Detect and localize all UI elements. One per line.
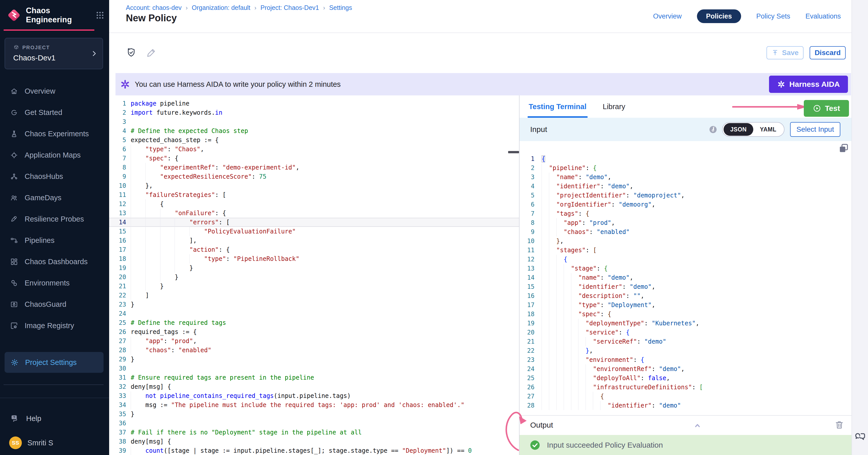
- sidebar-divider: [4, 385, 103, 385]
- code-line: 23}: [109, 300, 519, 309]
- trash-icon[interactable]: [834, 420, 844, 430]
- code-line: 8"experimentRef": "demo-experiment-id",: [109, 163, 519, 172]
- code-line: 18"type": "PipelineRollback": [109, 254, 519, 263]
- sidebar-bottom: ? Help SS Smriti S: [0, 398, 109, 449]
- sidebar-item-label: ChaosGuard: [25, 300, 66, 308]
- format-toggle[interactable]: JSONYAML: [722, 122, 784, 137]
- sidebar-item-resilience-probes[interactable]: Resilience Probes: [0, 208, 109, 230]
- user-menu[interactable]: SS Smriti S: [0, 436, 109, 449]
- app-title: Chaos Engineering: [26, 6, 91, 24]
- policy-code-editor[interactable]: 1package pipeline2import future.keywords…: [109, 95, 519, 455]
- sidebar-item-label: Chaos Experiments: [25, 130, 89, 138]
- tab-testing-terminal[interactable]: Testing Terminal: [528, 95, 588, 118]
- format-yaml[interactable]: YAML: [753, 123, 783, 136]
- code-line: 27{: [520, 392, 851, 401]
- sidebar-item-pipelines[interactable]: Pipelines: [0, 230, 109, 251]
- breadcrumb-link-account-chaos-dev[interactable]: Account: chaos-dev: [126, 4, 182, 11]
- hubs-icon: [10, 172, 18, 181]
- project-selector[interactable]: PROJECT Chaos-Dev1: [5, 38, 103, 69]
- sidebar-item-label: Resilience Probes: [25, 215, 84, 223]
- code-line: 32deny[msg] {: [109, 382, 519, 391]
- code-line: 10},: [520, 236, 851, 246]
- code-line: 39count([stage | stage := input.pipeline…: [109, 446, 519, 455]
- cube-icon: [13, 44, 19, 51]
- copy-icon[interactable]: [838, 142, 849, 154]
- chevron-up-icon[interactable]: [693, 421, 702, 430]
- input-label: Input: [530, 125, 709, 134]
- breadcrumb-link-project-chaos-dev1[interactable]: Project: Chaos-Dev1: [260, 4, 319, 11]
- nav-policy-sets[interactable]: Policy Sets: [756, 12, 790, 20]
- breadcrumb-link-settings[interactable]: Settings: [329, 4, 352, 11]
- code-line: 7"tags": {: [520, 209, 851, 218]
- nav-overview[interactable]: Overview: [653, 12, 682, 20]
- gear-icon: [11, 359, 19, 366]
- code-line: 27"app": "prod",: [109, 336, 519, 346]
- brand-divider: [4, 29, 94, 31]
- sidebar-item-environments[interactable]: Environments: [0, 272, 109, 294]
- sidebar-item-application-maps[interactable]: Application Maps: [0, 144, 109, 166]
- code-line: 34msg := "The pipeline must include the …: [109, 400, 519, 410]
- gamedays-icon: [10, 194, 18, 202]
- code-line: 12{: [109, 199, 519, 208]
- get-started-icon: [10, 108, 18, 117]
- sidebar-item-image-registry[interactable]: Image Registry: [0, 315, 109, 336]
- breadcrumb-link-organization-default[interactable]: Organization: default: [192, 4, 250, 11]
- pipelines-icon: [10, 236, 18, 245]
- guard-icon: [10, 300, 18, 308]
- page-header: Account: chaos-dev›Organization: default…: [109, 0, 851, 33]
- save-button[interactable]: Save: [767, 46, 804, 59]
- code-line: 36: [109, 419, 519, 428]
- help-label: Help: [26, 414, 41, 423]
- edit-pencil-icon[interactable]: [146, 47, 157, 58]
- code-line: 4"identifier": "demo",: [520, 182, 851, 191]
- project-label: PROJECT: [22, 45, 50, 51]
- output-header: Output: [520, 415, 851, 435]
- sidebar-item-label: Project Settings: [25, 358, 76, 367]
- sidebar-item-get-started[interactable]: Get Started: [0, 102, 109, 123]
- code-line: 22]: [109, 291, 519, 300]
- evaluation-status-bar: Input succeeded Policy Evaluation: [520, 435, 851, 455]
- sidebar-item-chaoshubs[interactable]: ChaosHubs: [0, 166, 109, 187]
- module-grid-icon[interactable]: [95, 11, 104, 20]
- registry-icon: [10, 322, 18, 330]
- policy-toolbar: Save Discard: [109, 33, 851, 73]
- project-name: Chaos-Dev1: [13, 54, 97, 62]
- code-line: 18"spec": {: [520, 310, 851, 319]
- format-json[interactable]: JSON: [723, 123, 753, 136]
- test-button[interactable]: Test: [804, 100, 849, 117]
- sidebar-item-chaos-experiments[interactable]: Chaos Experiments: [0, 123, 109, 144]
- sidebar-item-gamedays[interactable]: GameDays: [0, 187, 109, 208]
- help-button[interactable]: ? Help: [0, 414, 109, 423]
- code-line: 22},: [520, 346, 851, 355]
- code-line: 30: [109, 364, 519, 373]
- sidebar-item-chaosguard[interactable]: ChaosGuard: [0, 294, 109, 315]
- sidebar-item-label: Environments: [25, 279, 69, 287]
- nav-policies[interactable]: Policies: [697, 9, 741, 23]
- input-json-editor[interactable]: 1{2"pipeline": {3"name": "demo",4"identi…: [520, 141, 851, 415]
- code-line: 15"identifier": "demo",: [520, 282, 851, 291]
- split-drag-handle[interactable]: [508, 151, 519, 153]
- code-line: 26required_tags := {: [109, 327, 519, 336]
- nav-evaluations[interactable]: Evaluations: [805, 12, 841, 20]
- sidebar-item-chaos-dashboards[interactable]: Chaos Dashboards: [0, 251, 109, 272]
- help-chat-icon: ?: [10, 414, 20, 423]
- code-line: 35}: [109, 410, 519, 419]
- sidebar-item-overview[interactable]: Overview: [0, 80, 109, 102]
- upload-icon: [771, 49, 779, 57]
- chaos-engineering-logo-icon: [6, 7, 22, 23]
- sidebar-item-label: Overview: [25, 87, 55, 95]
- code-line: 6"orgIdentifier": "demoorg",: [520, 200, 851, 209]
- policy-nav: OverviewPoliciesPolicy SetsEvaluations: [653, 0, 841, 32]
- harness-aida-button[interactable]: Harness AIDA: [769, 76, 848, 93]
- select-input-button[interactable]: Select Input: [790, 122, 840, 137]
- discard-button[interactable]: Discard: [810, 46, 846, 59]
- shield-check-icon[interactable]: [126, 47, 136, 58]
- sidebar-item-project-settings[interactable]: Project Settings: [5, 352, 103, 373]
- tab-library[interactable]: Library: [602, 95, 626, 118]
- code-line: 38deny[msg] {: [109, 437, 519, 446]
- code-line: 1{: [520, 154, 851, 163]
- support-chat-icon[interactable]: [855, 431, 866, 443]
- code-line: 37# Fail if there is no "Deployment" sta…: [109, 428, 519, 437]
- code-line: 21"serviceRef": "demo": [520, 337, 851, 346]
- prettify-icon[interactable]: [709, 125, 717, 134]
